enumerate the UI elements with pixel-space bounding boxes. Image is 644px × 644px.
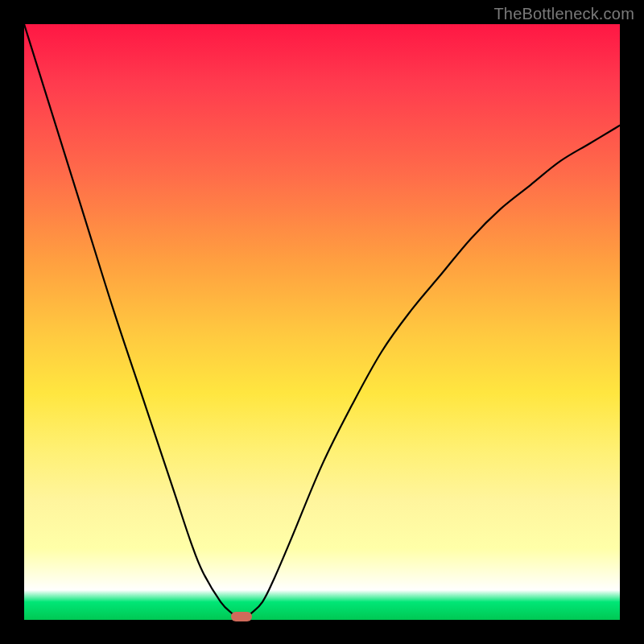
attribution-label: TheBottleneck.com <box>493 5 634 23</box>
plot-area <box>24 24 620 620</box>
optimal-marker <box>231 612 252 621</box>
curve-svg <box>24 24 620 620</box>
bottleneck-curve <box>24 24 620 620</box>
chart-frame: TheBottleneck.com <box>0 0 644 644</box>
